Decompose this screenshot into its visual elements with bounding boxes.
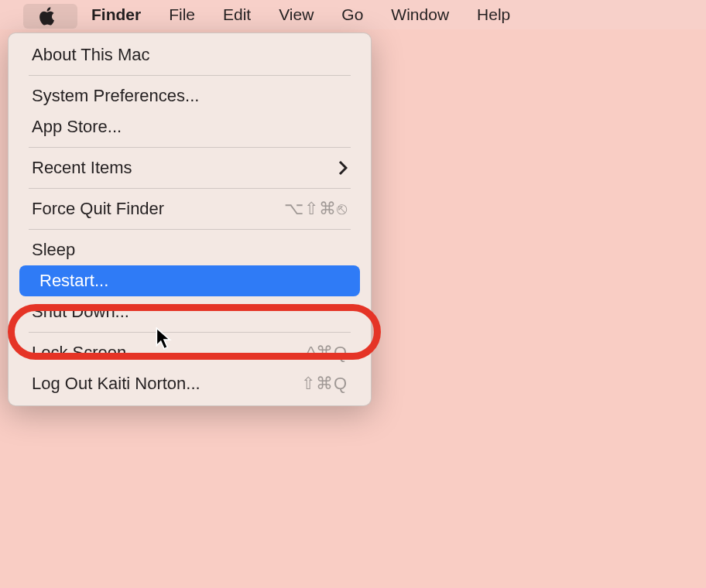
menu-item-label: Restart...: [39, 271, 108, 291]
menu-item-sleep[interactable]: Sleep: [12, 234, 368, 265]
menu-item-shut-down[interactable]: Shut Down...: [12, 296, 368, 327]
menu-item-label: Recent Items: [32, 158, 132, 178]
menubar-active-app[interactable]: Finder: [77, 0, 155, 29]
menu-divider: [29, 229, 351, 230]
keyboard-shortcut: ⇧⌘Q: [301, 374, 348, 394]
menu-item-label: App Store...: [32, 117, 122, 137]
menubar-item-file[interactable]: File: [155, 0, 209, 29]
apple-menu-dropdown: About This Mac System Preferences... App…: [8, 32, 372, 406]
menu-item-label: Sleep: [32, 240, 75, 260]
menu-item-restart[interactable]: Restart...: [19, 265, 360, 296]
menubar-item-view[interactable]: View: [265, 0, 327, 29]
menu-item-log-out[interactable]: Log Out Kaiti Norton... ⇧⌘Q: [12, 368, 368, 399]
menu-item-label: About This Mac: [32, 45, 149, 65]
menu-item-label: Log Out Kaiti Norton...: [32, 374, 200, 394]
menu-item-recent-items[interactable]: Recent Items: [12, 152, 368, 183]
chevron-right-icon: [338, 160, 348, 176]
menu-item-label: System Preferences...: [32, 86, 199, 106]
apple-menu-button[interactable]: [23, 4, 77, 29]
keyboard-shortcut: ^⌘Q: [307, 343, 348, 363]
menubar-item-edit[interactable]: Edit: [209, 0, 265, 29]
menu-item-system-preferences[interactable]: System Preferences...: [12, 80, 368, 111]
menu-item-about[interactable]: About This Mac: [12, 39, 368, 70]
menubar: Finder File Edit View Go Window Help: [0, 0, 706, 29]
menu-item-app-store[interactable]: App Store...: [12, 111, 368, 142]
menubar-item-help[interactable]: Help: [463, 0, 524, 29]
menu-item-lock-screen[interactable]: Lock Screen ^⌘Q: [12, 337, 368, 368]
menu-item-label: Shut Down...: [32, 302, 129, 322]
menu-item-label: Force Quit Finder: [32, 199, 164, 219]
menu-divider: [29, 75, 351, 76]
apple-logo-icon: [37, 6, 56, 26]
menubar-item-go[interactable]: Go: [327, 0, 377, 29]
menu-item-force-quit[interactable]: Force Quit Finder ⌥⇧⌘⎋: [12, 193, 368, 224]
menu-divider: [29, 188, 351, 189]
menu-divider: [29, 147, 351, 148]
menu-divider: [29, 332, 351, 333]
menubar-item-window[interactable]: Window: [377, 0, 463, 29]
menu-item-label: Lock Screen: [32, 343, 126, 363]
keyboard-shortcut: ⌥⇧⌘⎋: [284, 199, 348, 219]
